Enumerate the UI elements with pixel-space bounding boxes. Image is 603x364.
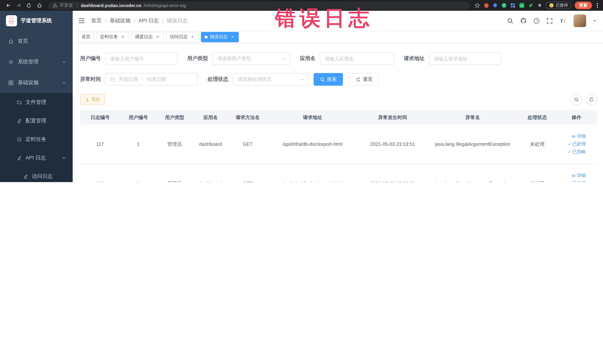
close-icon[interactable]: × <box>230 34 235 39</box>
sidebar-item-config-management[interactable]: 配置管理 <box>0 112 73 130</box>
exception-time-range-picker[interactable]: 开始日期 - 结束日期 <box>105 73 198 86</box>
detail-link[interactable]: 详细 <box>557 172 586 179</box>
detail-label: 详细 <box>577 133 586 139</box>
app-shell: 芋道管理系统 首页 系统管理 基础设施 <box>0 11 603 182</box>
chevron-down-icon <box>282 57 286 61</box>
breadcrumb-separator: / <box>162 18 164 24</box>
svg-text:Y: Y <box>503 4 505 7</box>
bookmark-star-icon[interactable] <box>475 3 480 8</box>
arrow-left-icon <box>5 3 11 8</box>
column-header-exception-time: 异常发生时间 <box>358 111 427 124</box>
export-button[interactable]: 导出 <box>80 94 105 105</box>
page-content: 用户编号 用户类型 请选择用户类型 应用名 <box>73 43 603 182</box>
help-icon[interactable]: ? <box>533 18 540 24</box>
warning-icon <box>53 3 58 8</box>
close-icon[interactable]: × <box>120 34 125 39</box>
app-logo[interactable]: 芋道管理系统 <box>0 11 73 31</box>
mark-processed-link[interactable]: ✓已处理 <box>557 179 586 182</box>
detail-link[interactable]: 详细 <box>557 132 586 140</box>
browser-back-button[interactable] <box>4 1 13 10</box>
user-avatar[interactable] <box>574 14 586 27</box>
access-log-icon <box>23 174 28 179</box>
sidebar-item-file-management[interactable]: 文件管理 <box>0 93 73 112</box>
browser-reload-button[interactable] <box>24 1 33 10</box>
hamburger-icon[interactable] <box>78 17 85 24</box>
tab-scheduled-tasks[interactable]: 定时任务 × <box>96 32 129 42</box>
sidebar-item-label: 首页 <box>18 38 28 45</box>
tab-dispatch-log[interactable]: 调度日志 × <box>131 32 164 42</box>
active-dot-icon <box>205 35 208 38</box>
breadcrumb-api-logs[interactable]: API 日志 <box>139 17 159 24</box>
tab-home[interactable]: 首页 <box>78 32 94 42</box>
app-name-input[interactable] <box>320 52 394 65</box>
mark-ignored-link[interactable]: ✓已忽略 <box>557 148 586 156</box>
sidebar-item-label: API 日志 <box>26 155 46 161</box>
refresh-table-button[interactable] <box>586 94 597 105</box>
svg-text:T: T <box>560 18 563 24</box>
tab-label: 首页 <box>81 34 91 40</box>
extension-icon-green-y[interactable]: Y <box>501 3 507 8</box>
sidebar-item-system-management[interactable]: 系统管理 <box>0 52 73 72</box>
search-button[interactable]: 搜索 <box>314 73 343 86</box>
home-icon <box>8 38 14 44</box>
caret-down-icon[interactable] <box>593 19 596 23</box>
font-size-icon[interactable]: TT <box>559 18 567 24</box>
search-icon[interactable] <box>507 18 513 24</box>
mark-processed-link[interactable]: ✓已处理 <box>557 140 586 148</box>
cell-user-type: 管理员 <box>156 164 193 182</box>
filter-request-url: 请求地址 <box>404 52 501 65</box>
cell-app-name: dashboard <box>193 124 228 164</box>
paused-extension-badge[interactable]: 已暂停 <box>546 2 571 9</box>
error-log-table: 日志编号 用户编号 用户类型 应用名 请求方法名 请求地址 异常发生时间 异常名… <box>80 110 597 182</box>
extension-icon-puzzle[interactable] <box>537 3 542 8</box>
browser-forward-button[interactable] <box>14 1 23 10</box>
close-icon[interactable]: × <box>155 34 160 39</box>
browser-home-button[interactable] <box>35 1 44 10</box>
column-header-user-type: 用户类型 <box>156 111 193 124</box>
extension-icon-grid[interactable] <box>510 3 516 8</box>
sidebar-item-label: 文件管理 <box>26 99 46 106</box>
cell-process-status: 未处理 <box>518 124 556 164</box>
smiley-icon <box>549 3 554 8</box>
tab-label: 调度日志 <box>135 34 153 40</box>
sidebar-item-home[interactable]: 首页 <box>0 31 73 52</box>
tab-error-log[interactable]: 错误日志 × <box>201 32 239 42</box>
eye-icon <box>571 134 576 139</box>
reset-button[interactable]: 重置 <box>350 73 379 86</box>
tab-label: 访问日志 <box>170 34 188 40</box>
sidebar-item-api-logs[interactable]: API 日志 <box>0 149 73 167</box>
process-status-select[interactable]: 请选择处理状态 <box>233 73 309 86</box>
browser-menu-icon[interactable] <box>595 3 600 8</box>
extension-icon-leaf[interactable] <box>528 3 533 8</box>
breadcrumb-separator: / <box>134 18 135 24</box>
column-header-process-status: 处理状态 <box>518 111 556 124</box>
browser-update-button[interactable]: 更新 <box>575 1 592 9</box>
table-header-row: 日志编号 用户编号 用户类型 应用名 请求方法名 请求地址 异常发生时间 异常名… <box>80 111 597 124</box>
extension-icon-blue[interactable] <box>492 3 498 8</box>
cell-operations: 详细 ✓已处理 ✓已忽略 <box>556 124 597 164</box>
close-icon[interactable]: × <box>190 34 195 39</box>
breadcrumb-home[interactable]: 首页 <box>91 17 102 24</box>
cell-request-url: /api/infra/db-doc/export-html <box>267 124 358 164</box>
processed-label: 已处理 <box>572 181 586 182</box>
sidebar-item-scheduled-tasks[interactable]: 定时任务 <box>0 130 73 149</box>
fullscreen-icon[interactable] <box>546 18 553 24</box>
column-header-operations: 操作 <box>556 111 597 124</box>
edit-icon <box>17 118 22 124</box>
request-url-input[interactable] <box>429 52 501 65</box>
github-icon[interactable] <box>520 17 527 24</box>
cell-method: GET <box>228 124 267 164</box>
user-id-input[interactable] <box>105 52 178 65</box>
extension-icon-on-badge[interactable]: on <box>519 3 525 8</box>
sidebar-item-infrastructure[interactable]: 基础设施 <box>0 72 73 93</box>
toggle-search-button[interactable] <box>570 94 582 105</box>
extension-icon-red[interactable] <box>483 3 489 8</box>
address-bar[interactable]: 不安全 dashboard.yudao.iocoder.cn/infra/log… <box>48 1 470 10</box>
sidebar-item-access-log[interactable]: 访问日志 <box>0 167 73 182</box>
user-type-select[interactable]: 请选择用户类型 <box>212 52 290 65</box>
filter-user-type: 用户类型 请选择用户类型 <box>187 52 290 65</box>
tab-access-log[interactable]: 访问日志 × <box>166 32 199 42</box>
svg-text:?: ? <box>536 19 538 23</box>
breadcrumb-infrastructure[interactable]: 基础设施 <box>110 17 130 24</box>
column-header-exception-name: 异常名 <box>427 111 518 124</box>
